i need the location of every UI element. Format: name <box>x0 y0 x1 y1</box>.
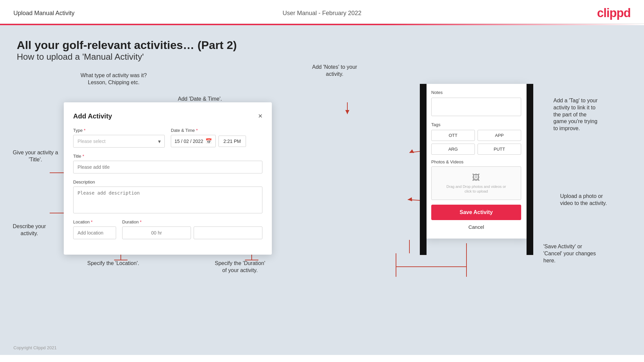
annotation-date-time: Add 'Date & Time'. <box>178 96 222 103</box>
manual-label: User Manual - February 2022 <box>283 10 361 17</box>
photos-drop-zone[interactable]: 🖼 Drag and Drop photos and videos or cli… <box>431 166 521 200</box>
annotation-what-type: What type of activity was it? Lesson, Ch… <box>81 72 147 86</box>
description-textarea[interactable] <box>73 187 262 213</box>
duration-hr-input[interactable] <box>122 226 191 239</box>
modal-title: Add Activity <box>73 112 112 120</box>
type-group: Type * Please select <box>73 128 165 148</box>
calendar-icon: 📅 <box>205 138 212 144</box>
title-input[interactable] <box>73 161 262 173</box>
form-row-type-date: Type * Please select Date & Time * 15 / … <box>73 128 262 148</box>
main-content: All your golf-relevant activities… (Part… <box>0 25 644 341</box>
time-input[interactable]: 2:21 PM <box>218 136 246 147</box>
type-label: Type * <box>73 128 165 133</box>
form-row-location-duration: Location * Duration * <box>73 219 262 239</box>
mobile-frame-right <box>527 84 533 255</box>
page-label: Upload Manual Activity <box>13 10 75 17</box>
type-select-wrapper: Please select <box>73 135 165 148</box>
location-input[interactable] <box>73 226 116 239</box>
annotation-location: Specify the 'Location'. <box>87 260 139 267</box>
svg-marker-17 <box>408 197 412 201</box>
add-activity-modal: Add Activity × Type * Please select Date… <box>64 102 272 255</box>
annotation-duration: Specify the 'Duration' of your activity. <box>215 260 265 274</box>
description-group: Description <box>73 179 262 213</box>
duration-group: Duration * <box>122 219 262 239</box>
svg-marker-15 <box>409 149 414 153</box>
page-title-normal: How to upload a 'Manual Activity' <box>17 52 627 62</box>
annotation-tag: Add a 'Tag' to your activity to link it … <box>553 97 627 132</box>
svg-marker-13 <box>345 110 349 114</box>
date-label: Date & Time * <box>171 128 262 133</box>
annotation-notes: Add 'Notes' to your activity. <box>312 64 357 78</box>
notes-textarea[interactable] <box>431 98 521 116</box>
tag-arg[interactable]: ARG <box>431 144 475 155</box>
page-title: All your golf-relevant activities… (Part… <box>17 39 627 62</box>
tag-ott[interactable]: OTT <box>431 130 475 141</box>
logo: clippd <box>597 6 631 20</box>
page-title-bold: All your golf-relevant activities… (Part… <box>17 39 627 52</box>
save-activity-button[interactable]: Save Activity <box>431 205 521 220</box>
tags-label: Tags <box>431 122 521 127</box>
mobile-panel: Notes Tags OTT APP ARG PUTT Photos & Vid… <box>426 84 527 239</box>
copyright: Copyright Clippd 2021 <box>13 345 57 350</box>
mobile-frame-left <box>420 84 427 255</box>
tags-grid: OTT APP ARG PUTT <box>431 130 521 155</box>
location-group: Location * <box>73 219 116 239</box>
tag-app[interactable]: APP <box>478 130 521 141</box>
duration-label: Duration * <box>122 219 262 224</box>
duration-inputs <box>122 226 262 239</box>
date-input[interactable]: 15 / 02 / 2022 📅 <box>171 135 216 147</box>
title-label: Title * <box>73 154 262 159</box>
tag-putt[interactable]: PUTT <box>478 144 521 155</box>
modal-header: Add Activity × <box>73 112 262 120</box>
annotation-upload: Upload a photo or video to the activity. <box>560 193 627 207</box>
description-label: Description <box>73 179 262 185</box>
panel-inner: Notes Tags OTT APP ARG PUTT Photos & Vid… <box>426 84 527 239</box>
location-label: Location * <box>73 219 116 224</box>
cancel-link[interactable]: Cancel <box>431 224 521 233</box>
notes-label: Notes <box>431 90 521 95</box>
modal-close-button[interactable]: × <box>258 112 262 120</box>
datetime-group: Date & Time * 15 / 02 / 2022 📅 2:21 PM <box>171 128 262 148</box>
datetime-inputs: 15 / 02 / 2022 📅 2:21 PM <box>171 135 262 147</box>
drop-text: Drag and Drop photos and videos or click… <box>446 185 506 193</box>
type-select[interactable]: Please select <box>73 135 165 148</box>
annotation-save: 'Save Activity' or 'Cancel' your changes… <box>543 243 627 264</box>
footer: Copyright Clippd 2021 <box>0 341 644 355</box>
date-value: 15 / 02 / 2022 <box>175 139 203 144</box>
top-bar: Upload Manual Activity User Manual - Feb… <box>0 0 644 24</box>
annotation-describe: Describe your activity. <box>13 223 46 237</box>
annotation-give-title: Give your activity a 'Title'. <box>13 149 58 163</box>
photo-icon: 🖼 <box>438 173 515 182</box>
photos-label: Photos & Videos <box>431 159 521 164</box>
title-group: Title * <box>73 154 262 173</box>
duration-min-input[interactable] <box>194 226 262 239</box>
